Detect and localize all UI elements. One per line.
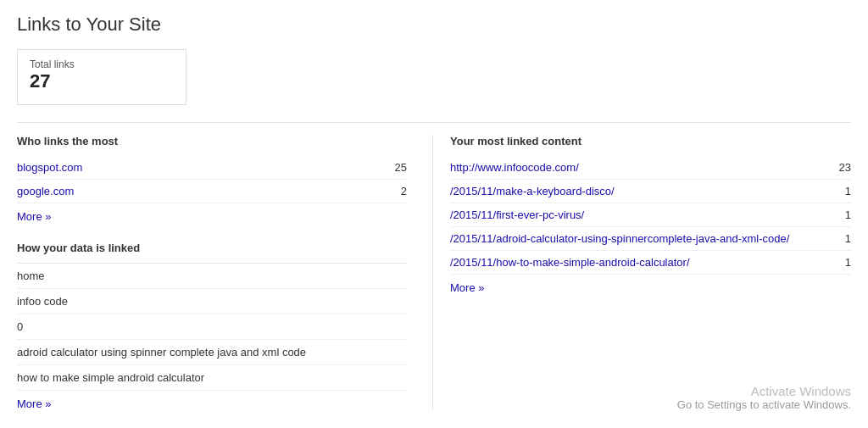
list-item: 0 [17,314,407,340]
link-count: 23 [839,161,851,174]
who-link[interactable]: google.com [17,185,74,197]
link-count: 25 [395,161,407,174]
content-link[interactable]: /2015/11/first-ever-pc-virus/ [450,208,584,221]
total-links-count: 27 [30,70,169,92]
list-item: how to make simple android calculator [17,365,407,391]
list-item: home [17,264,407,289]
content-link[interactable]: /2015/11/make-a-keyboard-disco/ [450,185,615,197]
how-linked-more[interactable]: More » [17,397,51,410]
watermark-title: Activate Windows [677,384,851,398]
list-item: infoo code [17,289,407,314]
table-row: /2015/11/adroid-calculator-using-spinner… [450,227,851,251]
who-links-title: Who links the most [17,135,407,147]
section-divider [17,122,851,123]
total-links-card: Total links 27 [17,49,186,105]
link-count: 1 [845,256,851,269]
table-row: http://www.infoocode.com/23 [450,156,851,180]
how-linked-list: homeinfoo code0adroid calculator using s… [17,263,407,391]
list-item: adroid calculator using spinner complete… [17,340,407,365]
total-links-label: Total links [30,58,169,70]
main-content: Who links the most blogspot.com25google.… [17,135,851,410]
table-row: /2015/11/first-ever-pc-virus/1 [450,203,851,227]
table-row: /2015/11/make-a-keyboard-disco/1 [450,180,851,203]
watermark: Activate Windows Go to Settings to activ… [677,384,851,411]
right-column: Your most linked content http://www.info… [432,135,851,410]
watermark-subtitle: Go to Settings to activate Windows. [677,398,851,411]
who-links-more[interactable]: More » [17,210,51,223]
link-count: 1 [845,185,851,197]
table-row: blogspot.com25 [17,156,407,180]
table-row: google.com2 [17,180,407,203]
link-count: 1 [845,208,851,221]
page-title: Links to Your Site [17,14,851,36]
most-linked-more[interactable]: More » [450,281,484,294]
link-count: 2 [401,185,407,197]
who-links-list: blogspot.com25google.com2 [17,156,407,203]
content-link[interactable]: /2015/11/how-to-make-simple-android-calc… [450,256,690,269]
most-linked-list: http://www.infoocode.com/23/2015/11/make… [450,156,851,275]
most-linked-title: Your most linked content [450,135,851,147]
content-link[interactable]: http://www.infoocode.com/ [450,161,579,174]
who-link[interactable]: blogspot.com [17,161,82,174]
table-row: /2015/11/how-to-make-simple-android-calc… [450,251,851,275]
content-link[interactable]: /2015/11/adroid-calculator-using-spinner… [450,232,789,245]
how-linked-section: How your data is linked homeinfoo code0a… [17,242,407,410]
how-linked-title: How your data is linked [17,242,407,254]
link-count: 1 [845,232,851,245]
left-column: Who links the most blogspot.com25google.… [17,135,432,410]
